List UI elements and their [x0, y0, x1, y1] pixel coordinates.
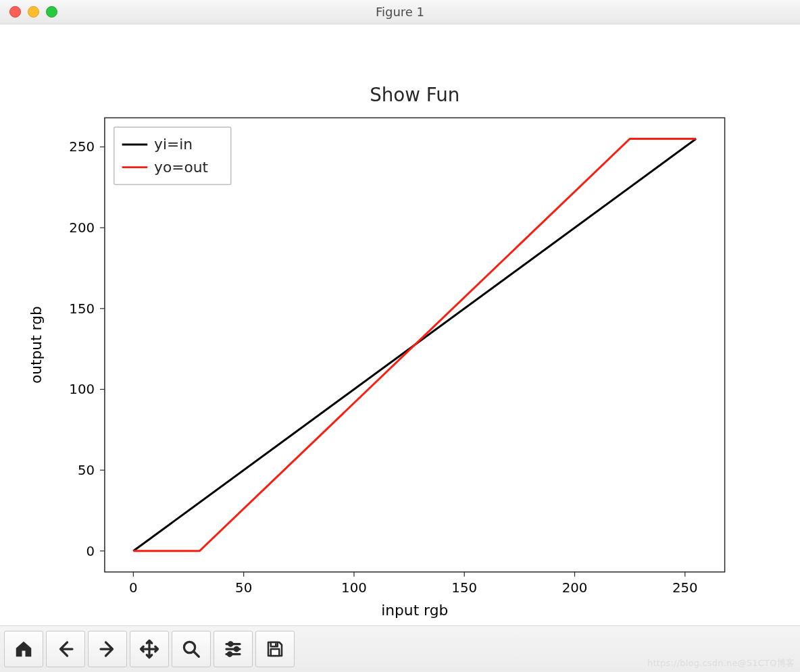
titlebar: Figure 1: [0, 0, 800, 24]
pan-button[interactable]: [130, 631, 169, 667]
y-axis-label: output rgb: [28, 306, 45, 384]
home-icon: [14, 639, 34, 659]
x-tick-label: 50: [235, 580, 252, 596]
window-controls: [9, 6, 57, 18]
chart: 050100150200250050100150200250input rgbo…: [0, 24, 800, 625]
floppy-disk-icon: [265, 639, 285, 659]
svg-point-16: [228, 652, 232, 656]
svg-rect-18: [271, 649, 280, 656]
legend-label: yo=out: [154, 159, 208, 176]
forward-button[interactable]: [88, 631, 127, 667]
figure-canvas: 050100150200250050100150200250input rgbo…: [0, 24, 800, 625]
x-tick-label: 250: [672, 580, 698, 596]
x-tick-label: 150: [451, 580, 477, 596]
close-icon[interactable]: [9, 6, 21, 18]
legend: yi=inyo=out: [114, 127, 231, 184]
svg-point-14: [229, 642, 233, 646]
y-tick-label: 50: [78, 463, 95, 478]
svg-point-15: [234, 647, 239, 651]
x-tick-label: 100: [341, 580, 367, 596]
y-tick-label: 0: [86, 544, 95, 559]
minimize-icon[interactable]: [28, 6, 39, 18]
home-button[interactable]: [4, 631, 43, 667]
y-tick-label: 150: [69, 301, 95, 317]
y-tick-label: 100: [69, 382, 95, 397]
zoom-button[interactable]: [172, 631, 211, 667]
arrow-left-icon: [55, 639, 76, 659]
x-tick-label: 0: [129, 580, 138, 596]
x-tick-label: 200: [562, 580, 588, 596]
chart-title: Show Fun: [370, 84, 459, 106]
y-tick-label: 200: [69, 220, 95, 236]
x-axis-label: input rgb: [381, 602, 448, 619]
axes: 050100150200250050100150200250input rgbo…: [28, 84, 725, 619]
configure-button[interactable]: [214, 631, 253, 667]
svg-rect-19: [275, 643, 277, 646]
back-button[interactable]: [46, 631, 85, 667]
magnifier-icon: [181, 639, 201, 659]
figure-window: Figure 1 050100150200250050100150200250i…: [0, 0, 800, 672]
watermark: https://blog.csdn.ne@51CTO博客: [647, 657, 795, 669]
zoom-icon[interactable]: [46, 6, 57, 18]
sliders-icon: [223, 639, 243, 659]
legend-label: yi=in: [154, 136, 193, 153]
window-title: Figure 1: [0, 5, 800, 19]
y-tick-label: 250: [69, 139, 95, 155]
nav-toolbar: https://blog.csdn.ne@51CTO博客: [0, 625, 800, 672]
move-icon: [139, 639, 159, 659]
save-button[interactable]: [255, 631, 295, 667]
arrow-right-icon: [97, 639, 118, 659]
